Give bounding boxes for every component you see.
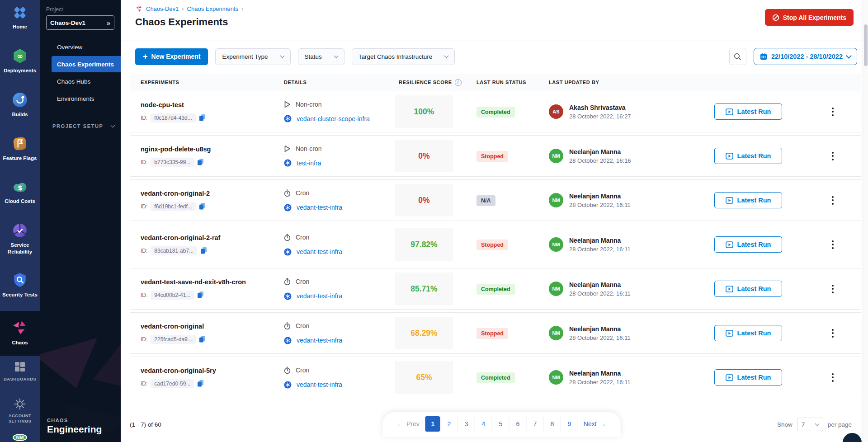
sidebar-item-chaos[interactable]: Chaos (0, 311, 40, 356)
experiment-name[interactable]: vedant-cron-original (141, 323, 284, 330)
infrastructure-link[interactable]: vedant-test-infra (297, 204, 342, 211)
feature-flags-icon (12, 136, 28, 152)
sidebar-item-service-reliability[interactable]: Service Reliability (0, 217, 40, 261)
copy-icon[interactable] (197, 380, 204, 387)
latest-run-button[interactable]: Latest Run (714, 148, 782, 164)
avatar: NM (549, 326, 563, 340)
table-row: vedant-test-save-nd-exit-v8h-cron ID:94c… (130, 268, 861, 310)
main-content: Chaos-Dev1 › Chaos Experiments › Chaos E… (121, 0, 868, 442)
resilience-score-tile: 0% (395, 140, 453, 172)
kebab-menu[interactable] (828, 370, 837, 386)
latest-run-button[interactable]: Latest Run (714, 236, 782, 253)
copy-icon[interactable] (197, 158, 204, 166)
infrastructure-link[interactable]: vedant-cluster-scope-infra (297, 115, 370, 122)
menu-item-overview[interactable]: Overview (52, 39, 121, 55)
project-selector[interactable]: Chaos-Dev1 » (46, 15, 114, 30)
sidebar-item-cloud-costs[interactable]: $ Cloud Costs (0, 174, 40, 210)
sidebar-item-security-tests[interactable]: Security Tests (0, 267, 40, 304)
run-report-icon (726, 374, 733, 381)
filter-status[interactable]: Status (298, 48, 344, 65)
latest-run-button[interactable]: Latest Run (714, 369, 782, 386)
infrastructure-icon (284, 381, 292, 389)
breadcrumb-link-project[interactable]: Chaos-Dev1 (146, 5, 179, 12)
module-footer: CHAOS Engineering (47, 418, 102, 435)
sidebar-item-dashboards[interactable]: DASHBOARDS (0, 356, 40, 387)
experiment-name[interactable]: nginx-pod-delete-u8sg (141, 146, 284, 153)
chevron-down-icon (846, 53, 852, 59)
sidebar-item-account-settings[interactable]: ACCOUNT SETTINGS (0, 393, 40, 430)
infrastructure-link[interactable]: vedant-test-infra (297, 337, 342, 344)
copy-icon[interactable] (199, 202, 206, 210)
project-setup-toggle[interactable]: PROJECT SETUP (52, 123, 114, 129)
kebab-menu[interactable] (828, 148, 837, 164)
infrastructure-link[interactable]: vedant-test-infra (297, 292, 342, 300)
sidebar-item-builds[interactable]: Builds (0, 87, 40, 123)
page-button-3[interactable]: 3 (458, 416, 475, 432)
experiment-name[interactable]: vedant-cron-original-2 (141, 190, 284, 197)
page-button-4[interactable]: 4 (475, 416, 492, 432)
search-button[interactable] (729, 48, 746, 65)
copy-icon[interactable] (197, 291, 204, 299)
user-avatar[interactable]: NM (13, 434, 27, 441)
date-range-value: 22/10/2022 - 28/10/2022 (771, 53, 843, 60)
infrastructure-icon (284, 337, 292, 344)
next-page-button[interactable]: Next→ (578, 416, 612, 432)
prev-page-button[interactable]: ←Prev (392, 416, 425, 432)
filter-target-chaos-infrastructure[interactable]: Target Chaos Infrastructure (352, 48, 455, 65)
kebab-menu[interactable] (828, 193, 837, 208)
svg-text:∞: ∞ (17, 52, 23, 61)
sidebar-item-feature-flags[interactable]: Feature Flags (0, 131, 40, 167)
pagination: (1 - 7) of 60 ←Prev 1 2 3 4 5 6 7 8 9 Ne… (121, 412, 868, 437)
new-experiment-button[interactable]: + New Experiment (135, 48, 208, 65)
page-button-8[interactable]: 8 (543, 416, 561, 432)
page-button-7[interactable]: 7 (526, 416, 543, 432)
infrastructure-icon (284, 292, 292, 300)
pager-controls: ←Prev 1 2 3 4 5 6 7 8 9 Next→ (382, 412, 621, 437)
latest-run-button[interactable]: Latest Run (714, 325, 782, 341)
latest-run-button[interactable]: Latest Run (714, 103, 782, 120)
experiments-table: EXPERIMENTS DETAILS RESILIENCE SCOREi LA… (130, 74, 861, 398)
per-page-select[interactable]: 7 (797, 418, 823, 431)
menu-item-environments[interactable]: Environments (52, 90, 121, 107)
infrastructure-link[interactable]: vedant-test-infra (297, 381, 342, 388)
menu-item-chaos-experiments[interactable]: Chaos Experiments (52, 56, 121, 72)
kebab-menu[interactable] (828, 325, 837, 341)
page-button-2[interactable]: 2 (440, 416, 458, 432)
expand-projects-icon[interactable]: » (107, 19, 110, 27)
page-button-9[interactable]: 9 (561, 416, 578, 432)
updated-date: 28 October 2022, 16:11 (569, 290, 631, 297)
cron-icon (284, 367, 291, 374)
kebab-menu[interactable] (828, 281, 837, 297)
copy-icon[interactable] (199, 335, 206, 343)
run-report-icon (726, 241, 733, 248)
experiment-name[interactable]: vedant-cron-original-5ry (141, 367, 284, 374)
infrastructure-link[interactable]: vedant-test-infra (297, 248, 342, 255)
dashboards-icon (14, 361, 26, 373)
stop-all-experiments-button[interactable]: Stop All Experiments (765, 9, 854, 26)
filter-experiment-type[interactable]: Experiment Type (215, 48, 290, 65)
info-icon[interactable]: i (455, 79, 462, 86)
date-range-picker[interactable]: 22/10/2022 - 28/10/2022 (754, 48, 857, 65)
page-button-6[interactable]: 6 (509, 416, 526, 432)
cloud-costs-icon: $ (11, 179, 28, 195)
copy-icon[interactable] (199, 114, 206, 122)
latest-run-button[interactable]: Latest Run (714, 281, 782, 297)
page-button-5[interactable]: 5 (492, 416, 509, 432)
page-button-1[interactable]: 1 (425, 416, 440, 432)
breadcrumb-link-experiments[interactable]: Chaos Experiments (187, 5, 238, 12)
search-icon (734, 53, 741, 61)
kebab-menu[interactable] (828, 104, 837, 120)
menu-item-chaos-hubs[interactable]: Chaos Hubs (52, 73, 121, 89)
scrollbar-thumb[interactable] (864, 24, 868, 66)
latest-run-button[interactable]: Latest Run (714, 192, 782, 208)
kebab-menu[interactable] (828, 237, 837, 253)
copy-icon[interactable] (200, 247, 207, 254)
sidebar-item-deployments[interactable]: ∞ Deployments (0, 43, 40, 80)
infrastructure-link[interactable]: test-infra (297, 160, 321, 167)
experiment-name[interactable]: vedant-cron-original-2-raf (141, 234, 284, 241)
vertical-scrollbar[interactable] (863, 0, 868, 442)
updated-date: 28 October 2022, 16:11 (569, 246, 631, 253)
experiment-name[interactable]: vedant-test-save-nd-exit-v8h-cron (141, 278, 284, 286)
sidebar-item-home[interactable]: Home (0, 0, 40, 36)
experiment-name[interactable]: node-cpu-test (141, 101, 284, 108)
